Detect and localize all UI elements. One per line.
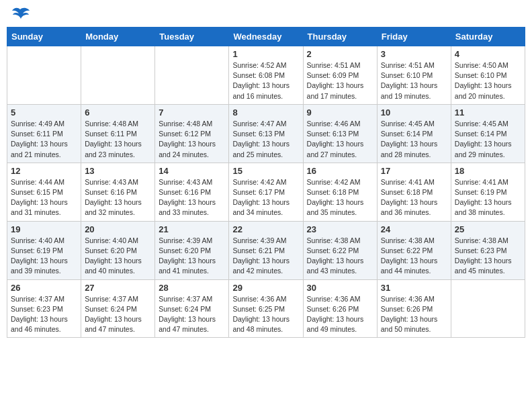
weekday-header-friday: Friday bbox=[377, 28, 451, 46]
calendar-cell: 16Sunrise: 4:42 AM Sunset: 6:18 PM Dayli… bbox=[303, 163, 377, 221]
calendar-cell bbox=[451, 279, 525, 338]
day-number: 17 bbox=[381, 166, 447, 176]
calendar-week-row: 1Sunrise: 4:52 AM Sunset: 6:08 PM Daylig… bbox=[7, 46, 525, 105]
day-info: Sunrise: 4:41 AM Sunset: 6:19 PM Dayligh… bbox=[455, 177, 521, 218]
calendar-cell bbox=[81, 46, 155, 105]
day-number: 29 bbox=[232, 283, 299, 293]
day-info: Sunrise: 4:44 AM Sunset: 6:15 PM Dayligh… bbox=[11, 177, 77, 218]
calendar-week-row: 19Sunrise: 4:40 AM Sunset: 6:19 PM Dayli… bbox=[7, 221, 525, 279]
day-number: 14 bbox=[159, 166, 225, 176]
calendar-cell: 11Sunrise: 4:45 AM Sunset: 6:14 PM Dayli… bbox=[451, 104, 525, 163]
day-info: Sunrise: 4:49 AM Sunset: 6:11 PM Dayligh… bbox=[11, 119, 77, 160]
calendar-cell: 7Sunrise: 4:48 AM Sunset: 6:12 PM Daylig… bbox=[155, 104, 229, 163]
day-info: Sunrise: 4:48 AM Sunset: 6:12 PM Dayligh… bbox=[159, 119, 225, 160]
calendar-cell: 31Sunrise: 4:36 AM Sunset: 6:26 PM Dayli… bbox=[377, 279, 451, 338]
logo bbox=[9, 7, 30, 21]
day-number: 25 bbox=[455, 224, 521, 234]
day-info: Sunrise: 4:45 AM Sunset: 6:14 PM Dayligh… bbox=[455, 119, 521, 160]
day-info: Sunrise: 4:36 AM Sunset: 6:26 PM Dayligh… bbox=[381, 294, 447, 335]
day-info: Sunrise: 4:39 AM Sunset: 6:20 PM Dayligh… bbox=[159, 236, 225, 277]
day-info: Sunrise: 4:43 AM Sunset: 6:16 PM Dayligh… bbox=[159, 177, 225, 218]
calendar-cell: 6Sunrise: 4:48 AM Sunset: 6:11 PM Daylig… bbox=[81, 104, 155, 163]
calendar-cell: 18Sunrise: 4:41 AM Sunset: 6:19 PM Dayli… bbox=[451, 163, 525, 221]
day-number: 16 bbox=[307, 166, 373, 176]
day-number: 24 bbox=[381, 224, 447, 234]
day-info: Sunrise: 4:46 AM Sunset: 6:13 PM Dayligh… bbox=[307, 119, 373, 160]
day-number: 31 bbox=[381, 283, 447, 293]
calendar-cell: 9Sunrise: 4:46 AM Sunset: 6:13 PM Daylig… bbox=[303, 104, 377, 163]
calendar-cell: 10Sunrise: 4:45 AM Sunset: 6:14 PM Dayli… bbox=[377, 104, 451, 163]
day-info: Sunrise: 4:47 AM Sunset: 6:13 PM Dayligh… bbox=[232, 119, 299, 160]
day-info: Sunrise: 4:37 AM Sunset: 6:24 PM Dayligh… bbox=[159, 294, 225, 335]
day-number: 30 bbox=[307, 283, 373, 293]
weekday-header-wednesday: Wednesday bbox=[229, 28, 303, 46]
day-info: Sunrise: 4:42 AM Sunset: 6:18 PM Dayligh… bbox=[307, 177, 373, 218]
calendar-week-row: 5Sunrise: 4:49 AM Sunset: 6:11 PM Daylig… bbox=[7, 104, 525, 163]
day-number: 26 bbox=[11, 283, 77, 293]
day-info: Sunrise: 4:51 AM Sunset: 6:09 PM Dayligh… bbox=[307, 60, 373, 101]
day-number: 10 bbox=[381, 107, 447, 118]
day-info: Sunrise: 4:52 AM Sunset: 6:08 PM Dayligh… bbox=[232, 60, 299, 101]
calendar-cell: 13Sunrise: 4:43 AM Sunset: 6:16 PM Dayli… bbox=[81, 163, 155, 221]
calendar-cell: 4Sunrise: 4:50 AM Sunset: 6:10 PM Daylig… bbox=[451, 46, 525, 105]
day-number: 8 bbox=[232, 107, 299, 118]
calendar-cell: 3Sunrise: 4:51 AM Sunset: 6:10 PM Daylig… bbox=[377, 46, 451, 105]
day-number: 6 bbox=[85, 107, 151, 118]
day-number: 9 bbox=[307, 107, 373, 118]
day-info: Sunrise: 4:37 AM Sunset: 6:24 PM Dayligh… bbox=[85, 294, 151, 335]
day-number: 18 bbox=[455, 166, 521, 176]
calendar-cell: 23Sunrise: 4:38 AM Sunset: 6:22 PM Dayli… bbox=[303, 221, 377, 279]
calendar-cell: 30Sunrise: 4:36 AM Sunset: 6:26 PM Dayli… bbox=[303, 279, 377, 338]
calendar-cell: 8Sunrise: 4:47 AM Sunset: 6:13 PM Daylig… bbox=[229, 104, 303, 163]
day-info: Sunrise: 4:43 AM Sunset: 6:16 PM Dayligh… bbox=[85, 177, 151, 218]
calendar-cell: 2Sunrise: 4:51 AM Sunset: 6:09 PM Daylig… bbox=[303, 46, 377, 105]
calendar-cell: 27Sunrise: 4:37 AM Sunset: 6:24 PM Dayli… bbox=[81, 279, 155, 338]
calendar-cell: 26Sunrise: 4:37 AM Sunset: 6:23 PM Dayli… bbox=[7, 279, 81, 338]
day-number: 12 bbox=[11, 166, 77, 176]
day-number: 23 bbox=[307, 224, 373, 234]
day-number: 5 bbox=[11, 107, 77, 118]
day-info: Sunrise: 4:36 AM Sunset: 6:26 PM Dayligh… bbox=[307, 294, 373, 335]
weekday-header-saturday: Saturday bbox=[451, 28, 525, 46]
day-number: 21 bbox=[159, 224, 225, 234]
day-number: 11 bbox=[455, 107, 521, 118]
calendar-cell: 21Sunrise: 4:39 AM Sunset: 6:20 PM Dayli… bbox=[155, 221, 229, 279]
calendar-cell: 22Sunrise: 4:39 AM Sunset: 6:21 PM Dayli… bbox=[229, 221, 303, 279]
day-info: Sunrise: 4:38 AM Sunset: 6:23 PM Dayligh… bbox=[455, 236, 521, 277]
day-info: Sunrise: 4:40 AM Sunset: 6:19 PM Dayligh… bbox=[11, 236, 77, 277]
day-number: 20 bbox=[85, 224, 151, 234]
calendar-cell: 1Sunrise: 4:52 AM Sunset: 6:08 PM Daylig… bbox=[229, 46, 303, 105]
day-info: Sunrise: 4:41 AM Sunset: 6:18 PM Dayligh… bbox=[381, 177, 447, 218]
calendar-cell: 25Sunrise: 4:38 AM Sunset: 6:23 PM Dayli… bbox=[451, 221, 525, 279]
weekday-header-row: SundayMondayTuesdayWednesdayThursdayFrid… bbox=[7, 28, 525, 46]
calendar-table: SundayMondayTuesdayWednesdayThursdayFrid… bbox=[7, 27, 525, 338]
calendar-cell: 24Sunrise: 4:38 AM Sunset: 6:22 PM Dayli… bbox=[377, 221, 451, 279]
day-info: Sunrise: 4:50 AM Sunset: 6:10 PM Dayligh… bbox=[455, 60, 521, 101]
day-number: 4 bbox=[455, 49, 521, 59]
logo-bird-icon bbox=[11, 7, 30, 21]
calendar-cell: 28Sunrise: 4:37 AM Sunset: 6:24 PM Dayli… bbox=[155, 279, 229, 338]
day-info: Sunrise: 4:36 AM Sunset: 6:25 PM Dayligh… bbox=[232, 294, 299, 335]
weekday-header-sunday: Sunday bbox=[7, 28, 81, 46]
day-number: 27 bbox=[85, 283, 151, 293]
day-info: Sunrise: 4:37 AM Sunset: 6:23 PM Dayligh… bbox=[11, 294, 77, 335]
day-number: 2 bbox=[307, 49, 373, 59]
page-header bbox=[7, 7, 525, 21]
calendar-cell bbox=[7, 46, 81, 105]
day-info: Sunrise: 4:42 AM Sunset: 6:17 PM Dayligh… bbox=[232, 177, 299, 218]
day-number: 1 bbox=[232, 49, 299, 59]
calendar-cell: 12Sunrise: 4:44 AM Sunset: 6:15 PM Dayli… bbox=[7, 163, 81, 221]
calendar-cell: 17Sunrise: 4:41 AM Sunset: 6:18 PM Dayli… bbox=[377, 163, 451, 221]
weekday-header-monday: Monday bbox=[81, 28, 155, 46]
calendar-cell bbox=[155, 46, 229, 105]
weekday-header-thursday: Thursday bbox=[303, 28, 377, 46]
calendar-cell: 15Sunrise: 4:42 AM Sunset: 6:17 PM Dayli… bbox=[229, 163, 303, 221]
day-number: 19 bbox=[11, 224, 77, 234]
day-info: Sunrise: 4:45 AM Sunset: 6:14 PM Dayligh… bbox=[381, 119, 447, 160]
calendar-cell: 19Sunrise: 4:40 AM Sunset: 6:19 PM Dayli… bbox=[7, 221, 81, 279]
day-info: Sunrise: 4:51 AM Sunset: 6:10 PM Dayligh… bbox=[381, 60, 447, 101]
day-number: 28 bbox=[159, 283, 225, 293]
day-number: 13 bbox=[85, 166, 151, 176]
day-info: Sunrise: 4:38 AM Sunset: 6:22 PM Dayligh… bbox=[307, 236, 373, 277]
calendar-cell: 14Sunrise: 4:43 AM Sunset: 6:16 PM Dayli… bbox=[155, 163, 229, 221]
